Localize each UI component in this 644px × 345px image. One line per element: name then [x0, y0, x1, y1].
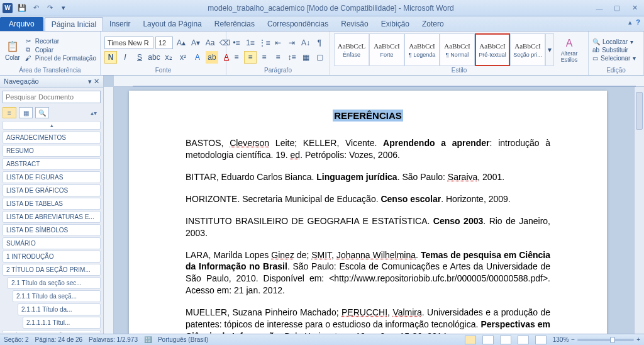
find-button[interactable]: 🔍Localizar▾ [592, 38, 636, 45]
nav-view-pages[interactable]: ▦ [19, 107, 33, 118]
nav-search-input[interactable] [3, 91, 101, 103]
view-print-layout[interactable] [465, 336, 476, 344]
status-words[interactable]: Palavras: 1/2.973 [89, 336, 138, 343]
tab-home[interactable]: Página Inicial [45, 17, 103, 31]
nav-item[interactable]: 1 INTRODUÇÃO [3, 251, 101, 263]
font-name-combo[interactable]: Times New R [104, 37, 153, 49]
decrease-indent-icon[interactable]: ⇤ [272, 37, 284, 49]
paste-button[interactable]: 📋 Colar [4, 35, 21, 64]
subscript-button[interactable]: x₂ [162, 51, 175, 64]
scroll-thumb[interactable] [636, 92, 643, 130]
numbering-icon[interactable]: 1≡ [244, 37, 257, 49]
shading-icon[interactable]: ▦ [299, 51, 312, 64]
tab-references[interactable]: Referências [208, 17, 261, 31]
increase-indent-icon[interactable]: ⇥ [286, 37, 298, 49]
italic-button[interactable]: I [119, 51, 131, 64]
style-pr-textual[interactable]: AaBbCcIPré-textual [475, 33, 510, 66]
vertical-scrollbar[interactable] [634, 87, 644, 334]
justify-icon[interactable]: ≡ [272, 51, 284, 64]
style-se-o-pri-[interactable]: AaBbCcISeção pri... [510, 33, 545, 66]
style-forte[interactable]: AaBbCcIForte [369, 33, 404, 66]
maximize-icon[interactable]: ▢ [610, 3, 624, 13]
format-painter-button[interactable]: 🖌Pincel de Formatação [24, 55, 96, 62]
underline-button[interactable]: S [133, 51, 146, 64]
nav-dropdown-icon[interactable]: ▾ [88, 77, 92, 85]
view-draft[interactable] [535, 336, 547, 344]
tab-zotero[interactable]: Zotero [416, 17, 450, 31]
text-effects-icon[interactable]: A [191, 51, 204, 64]
shrink-font-icon[interactable]: A▾ [189, 37, 202, 49]
cut-button[interactable]: ✂Recortar [24, 38, 96, 45]
borders-icon[interactable]: ▢ [313, 51, 326, 64]
nav-item[interactable]: RESUMO [3, 145, 101, 157]
view-web[interactable] [500, 336, 511, 344]
style--nfase[interactable]: AaBbCcLÊnfase [334, 33, 369, 66]
nav-item[interactable]: 2.1.1.1 Título da... [18, 303, 101, 315]
zoom-level[interactable]: 130% [553, 336, 569, 343]
nav-item[interactable]: LISTA DE GRÁFICOS [3, 184, 101, 196]
tab-mailings[interactable]: Correspondências [261, 17, 335, 31]
align-right-icon[interactable]: ≡ [258, 51, 270, 64]
highlight-icon[interactable]: ab [206, 51, 218, 64]
nav-item[interactable]: 2.1.1.1.1 Títul... [23, 317, 101, 329]
save-icon[interactable]: 💾 [16, 3, 28, 14]
copy-button[interactable]: ⧉Copiar [24, 46, 96, 54]
nav-item[interactable]: SUMÁRIO [3, 237, 101, 249]
ribbon-minimize-icon[interactable]: ▴ [628, 18, 632, 26]
status-page[interactable]: Página: 24 de 26 [35, 336, 82, 343]
line-spacing-icon[interactable]: ↕≡ [286, 51, 298, 64]
page[interactable]: REFERÊNCIAS BASTOS, Cleverson Leite; KEL… [129, 91, 607, 334]
zoom-slider[interactable] [577, 339, 634, 341]
grow-font-icon[interactable]: A▴ [175, 37, 187, 49]
sort-icon[interactable]: A↓ [299, 37, 312, 49]
font-size-combo[interactable]: 12 [155, 37, 173, 49]
tab-review[interactable]: Revisão [335, 17, 374, 31]
nav-item[interactable]: AGRADECIMENTOS [3, 132, 101, 144]
nav-item[interactable]: ABSTRACT [3, 158, 101, 170]
align-left-icon[interactable]: ≡ [230, 51, 243, 64]
zoom-out-icon[interactable]: − [571, 336, 575, 343]
styles-more-icon[interactable]: ▾ [545, 33, 554, 66]
change-case-icon[interactable]: Aa [204, 37, 216, 49]
status-section[interactable]: Seção: 2 [4, 336, 28, 343]
style--legenda[interactable]: AaBbCcI¶ Legenda [404, 33, 440, 66]
nav-item[interactable]: 2 TÍTULO DA SEÇÃO PRIM... [3, 264, 101, 276]
align-center-icon[interactable]: ≡ [244, 51, 257, 64]
horizontal-ruler[interactable] [114, 76, 644, 87]
close-icon[interactable]: ✕ [628, 3, 641, 13]
nav-view-headings[interactable]: ≡ [3, 107, 16, 118]
superscript-button[interactable]: x² [177, 51, 189, 64]
help-icon[interactable]: ? [636, 18, 640, 26]
nav-close-icon[interactable]: ✕ [94, 77, 99, 85]
bullets-icon[interactable]: •≡ [230, 37, 243, 49]
strike-button[interactable]: abc [148, 51, 160, 64]
nav-view-results[interactable]: 🔍 [35, 107, 49, 118]
tab-file[interactable]: Arquivo [0, 17, 43, 31]
nav-item[interactable]: LISTA DE SÍMBOLOS [3, 224, 101, 236]
tab-layout[interactable]: Layout da Página [136, 17, 208, 31]
select-button[interactable]: ▭Selecionar▾ [592, 55, 636, 62]
tab-view[interactable]: Exibição [375, 17, 416, 31]
redo-icon[interactable]: ↷ [44, 3, 55, 14]
nav-collapse-icon[interactable]: ▴▾ [87, 107, 101, 118]
nav-item[interactable]: LISTA DE FIGURAS [3, 171, 101, 183]
zoom-in-icon[interactable]: + [636, 336, 640, 343]
minimize-icon[interactable]: — [592, 3, 606, 13]
nav-item[interactable]: LISTA DE ABREVIATURAS E... [3, 211, 101, 223]
nav-item[interactable]: 2.1 Título da seção sec... [8, 277, 101, 289]
nav-scroll-top[interactable]: ▴ [3, 121, 101, 130]
nav-item[interactable]: 3 TÍTULO DA SEÇÃO PRIM... [3, 330, 101, 332]
change-styles-button[interactable]: A Alterar Estilos [554, 35, 584, 64]
status-language[interactable]: Português (Brasil) [158, 336, 208, 343]
bold-button[interactable]: N [104, 51, 117, 64]
style--normal[interactable]: AaBbCcI¶ Normal [440, 33, 475, 66]
view-fullscreen[interactable] [482, 336, 494, 344]
nav-item[interactable]: LISTA DE TABELAS [3, 198, 101, 210]
undo-icon[interactable]: ↶ [30, 3, 42, 14]
zoom-knob[interactable] [610, 337, 615, 343]
tab-insert[interactable]: Inserir [103, 17, 136, 31]
show-marks-icon[interactable]: ¶ [313, 37, 326, 49]
nav-item[interactable]: 2.1.1 Título da seçã... [13, 290, 101, 302]
replace-button[interactable]: abSubstituir [592, 47, 636, 54]
view-outline[interactable] [518, 336, 529, 344]
